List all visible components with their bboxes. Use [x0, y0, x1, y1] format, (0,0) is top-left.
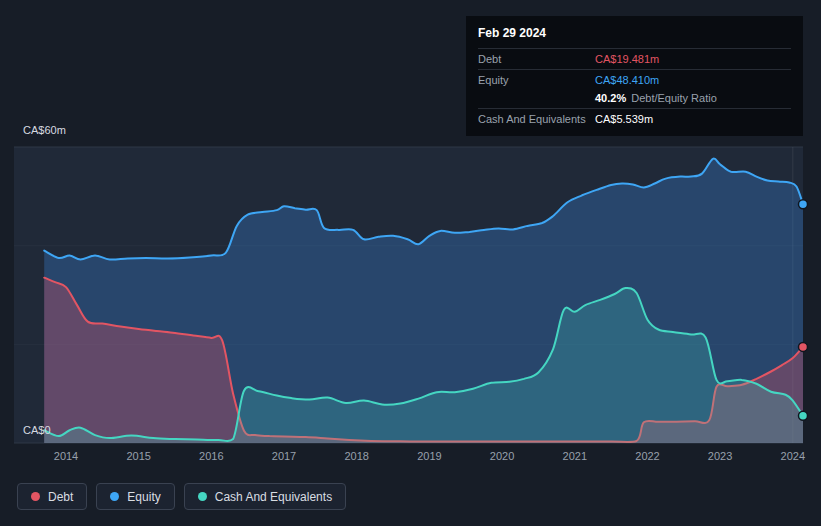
x-tick-label: 2019 — [417, 450, 441, 462]
x-tick-label: 2018 — [344, 450, 368, 462]
x-tick-label: 2020 — [490, 450, 514, 462]
tooltip-row-debt: Debt CA$19.481m — [478, 50, 791, 68]
legend-item-cash-label: Cash And Equivalents — [215, 490, 332, 504]
y-axis-max-label: CA$60m — [23, 124, 66, 136]
cash-series-dot-icon — [198, 492, 207, 501]
legend: Debt Equity Cash And Equivalents — [17, 483, 346, 510]
x-tick-label: 2017 — [272, 450, 296, 462]
debt-equity-history-panel: CA$60m CA$0 2014201520162017201820192020… — [0, 0, 821, 526]
x-tick-label: 2014 — [54, 450, 78, 462]
x-tick-label: 2015 — [126, 450, 150, 462]
legend-item-equity[interactable]: Equity — [96, 483, 174, 510]
legend-item-debt-label: Debt — [48, 490, 73, 504]
tooltip-row-cash: Cash And Equivalents CA$5.539m — [478, 110, 791, 128]
y-axis-min-label: CA$0 — [23, 424, 51, 436]
tooltip-row-ratio: 40.2% Debt/Equity Ratio — [478, 89, 791, 107]
debt-series-dot-icon — [31, 492, 40, 501]
tooltip-equity-label: Equity — [478, 74, 595, 86]
tooltip-debt-label: Debt — [478, 53, 595, 65]
legend-item-debt[interactable]: Debt — [17, 483, 87, 510]
tooltip-date: Feb 29 2024 — [478, 23, 791, 47]
chart-tooltip: Feb 29 2024 Debt CA$19.481m Equity CA$48… — [466, 16, 803, 136]
x-tick-label: 2022 — [635, 450, 659, 462]
tooltip-row-equity: Equity CA$48.410m — [478, 71, 791, 89]
tooltip-cash-label: Cash And Equivalents — [478, 113, 595, 125]
x-tick-label: 2021 — [563, 450, 587, 462]
legend-item-equity-label: Equity — [127, 490, 160, 504]
tooltip-ratio-value: 40.2% — [595, 92, 626, 104]
x-axis: 2014201520162017201820192020202120222023… — [14, 450, 803, 464]
x-tick-label: 2024 — [781, 450, 805, 462]
equity-series-dot-icon — [110, 492, 119, 501]
chart-canvas[interactable] — [14, 147, 803, 443]
tooltip-equity-value: CA$48.410m — [595, 74, 659, 86]
tooltip-ratio-label: Debt/Equity Ratio — [631, 92, 717, 104]
legend-item-cash[interactable]: Cash And Equivalents — [184, 483, 346, 510]
tooltip-cash-value: CA$5.539m — [595, 113, 653, 125]
tooltip-divider — [478, 108, 791, 109]
x-tick-label: 2016 — [199, 450, 223, 462]
tooltip-divider — [478, 48, 791, 49]
tooltip-divider — [478, 69, 791, 70]
plot-area[interactable] — [14, 147, 803, 443]
x-tick-label: 2023 — [708, 450, 732, 462]
tooltip-debt-value: CA$19.481m — [595, 53, 659, 65]
